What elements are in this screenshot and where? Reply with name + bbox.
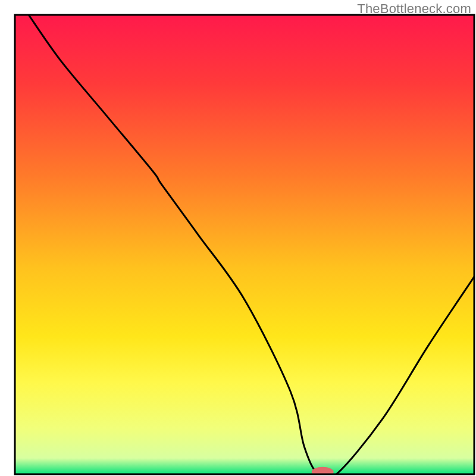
gradient-background (15, 15, 474, 474)
chart-svg (0, 0, 476, 476)
chart-stage: TheBottleneck.com (0, 0, 476, 476)
watermark-text: TheBottleneck.com (357, 1, 471, 17)
